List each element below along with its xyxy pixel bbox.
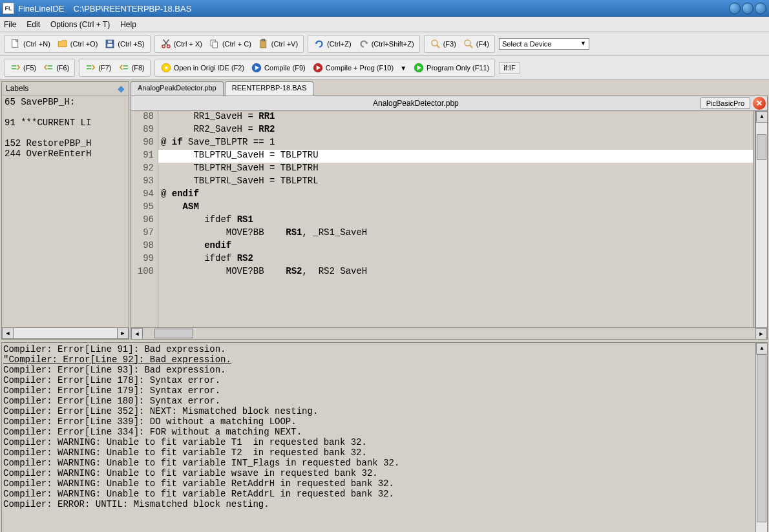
code-line[interactable]: TBLPTRU_SaveH = TBLPTRU — [158, 150, 753, 163]
svg-rect-3 — [108, 41, 112, 43]
tab-analog[interactable]: AnalogPeakDetector.pbp — [131, 81, 224, 96]
save-button[interactable]: (Ctrl +S) — [101, 37, 147, 51]
compile-prog-button[interactable]: Compile + Prog (F10) — [310, 61, 396, 75]
close-window-button[interactable] — [755, 3, 766, 14]
menu-help[interactable]: Help — [120, 20, 136, 29]
findnext-button[interactable]: (F4) — [460, 37, 492, 51]
code-line[interactable]: ASM — [158, 201, 753, 214]
menu-edit[interactable]: Edit — [26, 20, 40, 29]
app-icon: FL — [3, 3, 14, 14]
label-item[interactable]: 244 OverReEnterH — [5, 148, 126, 159]
code-line[interactable]: RR2_SaveH = RR2 — [158, 124, 753, 137]
label-item[interactable]: 91 ***CURRENT LI — [5, 118, 126, 128]
label-item[interactable] — [5, 107, 126, 118]
label-item[interactable]: 65 SavePBP_H: — [5, 97, 126, 107]
undo-label: (Ctrl+Z) — [327, 40, 352, 48]
new-button[interactable]: (Ctrl +N) — [7, 37, 53, 51]
hscroll-thumb[interactable] — [154, 329, 193, 338]
svg-rect-11 — [262, 39, 265, 41]
code-line[interactable]: MOVE?BB RS1, _RS1_SaveH — [158, 227, 753, 240]
close-tab-button[interactable]: ✕ — [753, 97, 766, 110]
output-line[interactable]: "Compiler: Error[Line 92]: Bad expressio… — [3, 354, 766, 365]
maximize-button[interactable] — [742, 3, 753, 14]
language-button[interactable]: PicBasicPro — [701, 97, 750, 109]
output-line[interactable]: Compiler: Error[Line 339]: DO without a … — [3, 416, 766, 427]
code-line[interactable]: RR1_SaveH = RR1 — [158, 111, 753, 124]
output-panel[interactable]: Compiler: Error[Line 91]: Bad expression… — [1, 342, 768, 532]
app-name: FineLineIDE — [18, 4, 65, 14]
dropdown-arrow[interactable]: ▼ — [397, 63, 409, 73]
menu-options[interactable]: Options (Ctrl + T) — [50, 20, 110, 29]
scroll-up-icon[interactable]: ▲ — [756, 111, 768, 123]
output-line[interactable]: Compiler: Error[Line 178]: Syntax error. — [3, 375, 766, 385]
svg-rect-2 — [108, 44, 113, 47]
svg-point-25 — [164, 66, 167, 70]
copy-button[interactable]: (Ctrl + C) — [206, 37, 254, 51]
label-item[interactable] — [5, 128, 126, 138]
open-orig-button[interactable]: Open in Origi IDE (F2) — [158, 61, 247, 75]
output-line[interactable]: Compiler: WARNING: Unable to fit variabl… — [3, 447, 766, 458]
code-line[interactable]: ifdef RS2 — [158, 253, 753, 266]
output-line[interactable]: Compiler: WARNING: Unable to fit variabl… — [3, 437, 766, 447]
output-vscroll[interactable]: ▲ ▼ — [755, 343, 767, 532]
find-button[interactable]: (F3) — [427, 37, 459, 51]
device-select[interactable]: Select a Device — [499, 38, 589, 50]
scroll-up-icon[interactable]: ▲ — [756, 343, 768, 354]
code-line[interactable]: @ if Save_TBLPTR == 1 — [158, 137, 753, 150]
code-editor[interactable]: 888990919293949596979899100 RR1_SaveH = … — [131, 111, 768, 328]
vscroll-thumb[interactable] — [757, 134, 766, 160]
labels-hscroll[interactable]: ◄ ► — [2, 327, 129, 339]
output-line[interactable]: Compiler: Error[Line 334]: FOR without a… — [3, 427, 766, 437]
if-box[interactable]: if:IF — [499, 62, 520, 74]
f6-button[interactable]: (F6) — [40, 61, 72, 75]
code-line[interactable]: TBLPTRL_SaveH = TBLPTRL — [158, 176, 753, 189]
output-line[interactable]: Compiler: WARNING: Unable to fit variabl… — [3, 458, 766, 468]
paste-button[interactable]: (Ctrl +V) — [255, 37, 300, 51]
output-line[interactable]: Compiler: WARNING: Unable to fit variabl… — [3, 478, 766, 489]
output-line[interactable]: Compiler: Error[Line 352]: NEXT: Mismatc… — [3, 406, 766, 416]
code-line[interactable]: @ endif — [158, 189, 753, 201]
tab-reenter[interactable]: REENTERPBP-18.BAS — [225, 81, 314, 96]
output-line[interactable]: Compiler: Error[Line 180]: Syntax error. — [3, 396, 766, 406]
find-label: (F3) — [443, 40, 456, 48]
diamond-icon[interactable]: ◆ — [118, 83, 125, 94]
output-line[interactable]: Compiler: WARNING: Unable to fit variabl… — [3, 468, 766, 478]
f5-button[interactable]: (F5) — [7, 61, 39, 75]
open-label: (Ctrl +O) — [70, 40, 98, 48]
cut-button[interactable]: (Ctrl + X) — [158, 37, 205, 51]
code-line[interactable]: endif — [158, 240, 753, 253]
f5-label: (F5) — [23, 64, 36, 72]
findnext-label: (F4) — [476, 40, 489, 48]
prog-only-button[interactable]: Program Only (F11) — [410, 61, 492, 75]
redo-button[interactable]: (Ctrl+Shift+Z) — [355, 37, 417, 51]
code-line[interactable]: TBLPTRH_SaveH = TBLPTRH — [158, 163, 753, 176]
menu-file[interactable]: File — [4, 20, 16, 29]
toolbar-row-1: (Ctrl +N) (Ctrl +O) (Ctrl +S) (Ctrl + X)… — [0, 32, 769, 56]
code-line[interactable]: ifdef RS1 — [158, 214, 753, 227]
undo-button[interactable]: (Ctrl+Z) — [311, 37, 354, 51]
scroll-right-icon[interactable]: ► — [117, 327, 129, 339]
prog-only-label: Program Only (F11) — [427, 64, 489, 72]
output-line[interactable]: Compiler: Error[Line 179]: Syntax error. — [3, 385, 766, 396]
output-line[interactable]: Compiler: Error[Line 91]: Bad expression… — [3, 344, 766, 354]
code-line[interactable]: MOVE?BB RS2, RS2 SaveH — [158, 266, 753, 279]
svg-line-15 — [469, 45, 472, 48]
compile-button[interactable]: Compile (F9) — [248, 61, 308, 75]
save-label: (Ctrl +S) — [118, 40, 144, 48]
scroll-right-icon[interactable]: ► — [755, 328, 767, 340]
scroll-left-icon[interactable]: ◄ — [2, 327, 14, 339]
output-line[interactable]: Compiler: Error[Line 93]: Bad expression… — [3, 365, 766, 375]
editor-title: AnalogPeakDetector.pbp — [131, 99, 701, 108]
minimize-button[interactable] — [729, 3, 741, 14]
editor-hscroll[interactable]: ◄ ► — [131, 328, 768, 340]
f7-button[interactable]: (F7) — [82, 61, 114, 75]
open-button[interactable]: (Ctrl +O) — [54, 37, 100, 51]
output-line[interactable]: Compiler: WARNING: Unable to fit variabl… — [3, 489, 766, 499]
output-line[interactable]: Compiler: ERROR: UNTIL: Mismatched block… — [3, 499, 766, 509]
label-item[interactable]: 152 RestorePBP_H — [5, 138, 126, 148]
scroll-left-icon[interactable]: ◄ — [131, 328, 143, 340]
f8-button[interactable]: (F8) — [116, 61, 147, 75]
editor-vscroll[interactable]: ▲ — [755, 111, 767, 327]
labels-list[interactable]: 65 SavePBP_H: 91 ***CURRENT LI 152 Resto… — [2, 96, 129, 327]
vscroll-thumb[interactable] — [757, 354, 766, 522]
